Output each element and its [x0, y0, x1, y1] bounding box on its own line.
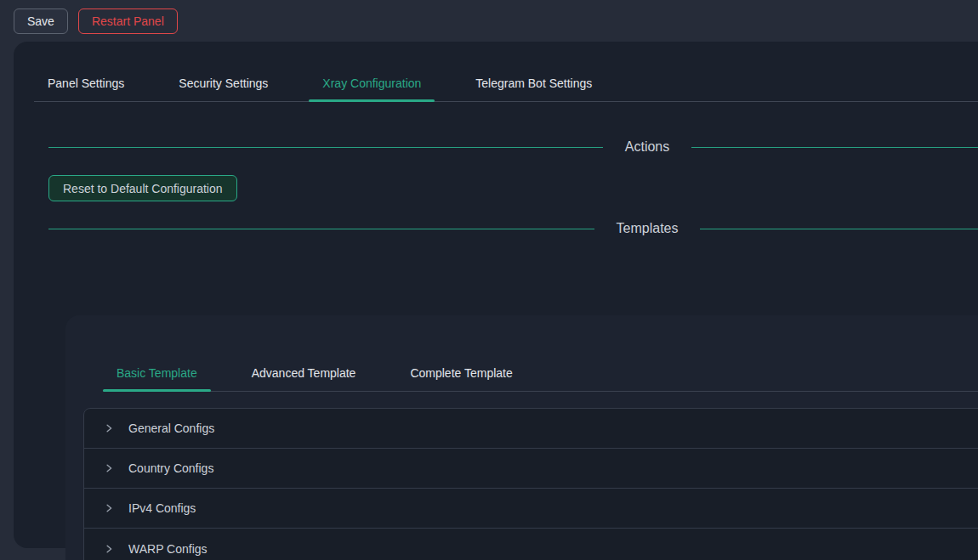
chevron-right-icon — [104, 544, 114, 554]
tab-panel-settings[interactable]: Panel Settings — [34, 65, 138, 101]
tab-security-settings[interactable]: Security Settings — [165, 65, 281, 101]
actions-divider: Actions — [48, 137, 978, 157]
save-button[interactable]: Save — [14, 8, 68, 34]
chevron-right-icon — [104, 503, 114, 513]
tab-telegram-bot-settings[interactable]: Telegram Bot Settings — [462, 65, 606, 101]
settings-card: Panel Settings Security Settings Xray Co… — [14, 42, 978, 548]
template-tab-bar: Basic Template Advanced Template Complet… — [103, 355, 978, 392]
collapse-header-label: IPv4 Configs — [128, 501, 196, 515]
collapse-header-warp-configs[interactable]: WARP Configs — [84, 529, 978, 560]
templates-card: Basic Template Advanced Template Complet… — [65, 315, 978, 560]
tab-basic-template[interactable]: Basic Template — [103, 355, 211, 391]
collapse-header-label: WARP Configs — [128, 542, 208, 556]
config-collapse-list: General Configs Country Configs IPv4 Con… — [83, 408, 978, 560]
actions-divider-label: Actions — [625, 139, 669, 155]
templates-divider-label: Templates — [617, 221, 679, 236]
reset-to-default-button[interactable]: Reset to Default Configuration — [48, 175, 237, 201]
collapse-header-country-configs[interactable]: Country Configs — [84, 449, 978, 489]
collapse-header-ipv4-configs[interactable]: IPv4 Configs — [84, 489, 978, 529]
divider-line — [700, 229, 978, 229]
tab-advanced-template[interactable]: Advanced Template — [238, 355, 370, 391]
restart-panel-button[interactable]: Restart Panel — [78, 8, 178, 34]
collapse-header-general-configs[interactable]: General Configs — [84, 409, 978, 449]
chevron-right-icon — [104, 463, 114, 473]
chevron-right-icon — [104, 423, 114, 433]
templates-divider: Templates — [48, 218, 978, 239]
settings-tab-bar: Panel Settings Security Settings Xray Co… — [34, 65, 978, 102]
divider-line — [691, 147, 978, 148]
divider-line — [48, 229, 594, 229]
divider-line — [48, 147, 603, 148]
top-header-bar: Save Restart Panel — [0, 0, 978, 42]
tab-complete-template[interactable]: Complete Template — [396, 355, 526, 391]
tab-xray-configuration[interactable]: Xray Configuration — [309, 65, 435, 101]
collapse-header-label: Country Configs — [128, 461, 213, 475]
collapse-header-label: General Configs — [128, 421, 214, 435]
